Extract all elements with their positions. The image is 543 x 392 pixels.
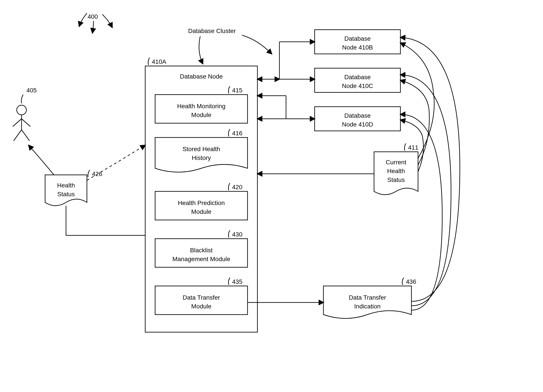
user-icon: 405 — [13, 87, 37, 141]
svg-text:Health Monitoring: Health Monitoring — [177, 103, 225, 110]
svg-text:Data Transfer: Data Transfer — [183, 294, 220, 301]
connector-healthstatus-to-user — [28, 145, 54, 175]
ref-411: 411 — [408, 144, 419, 151]
current-health-status: Current Health Status 411 — [374, 143, 419, 195]
svg-text:Data Transfer: Data Transfer — [349, 294, 386, 301]
connector-healthstatus-elbow-to-410a — [66, 206, 145, 235]
ref-436: 436 — [406, 278, 416, 285]
svg-text:Module: Module — [191, 112, 211, 118]
ref-430: 430 — [232, 231, 243, 238]
database-node-410a: 410A Database Node Health Monitoring Mod… — [145, 58, 257, 332]
svg-text:Node 410D: Node 410D — [342, 121, 373, 128]
ref-420: 420 — [232, 184, 243, 190]
ref-405: 405 — [26, 87, 37, 94]
svg-text:Health Prediction: Health Prediction — [178, 200, 225, 206]
svg-point-0 — [17, 105, 26, 115]
svg-text:Status: Status — [57, 191, 75, 197]
ref-416: 416 — [232, 130, 243, 137]
database-node-410b: Database Node 410B — [315, 30, 401, 54]
ref-435: 435 — [232, 278, 243, 285]
data-transfer-indication: Data Transfer Indication 436 — [323, 278, 416, 319]
svg-text:Database: Database — [344, 74, 371, 80]
ref-400: 400 — [88, 13, 98, 20]
connector-nodeA-to-cluster — [257, 42, 315, 119]
svg-text:Indication: Indication — [354, 303, 381, 310]
svg-text:Node 410C: Node 410C — [342, 83, 373, 89]
database-cluster-label: Database Cluster — [188, 28, 272, 64]
ref-415: 415 — [232, 87, 243, 94]
svg-text:Stored Health: Stored Health — [182, 146, 220, 152]
diagram-canvas: 400 405 Database Cluster 410A Database N… — [0, 0, 543, 392]
svg-text:Database Cluster: Database Cluster — [188, 28, 236, 34]
svg-text:Health: Health — [57, 182, 75, 189]
svg-text:Health: Health — [387, 168, 405, 174]
svg-text:History: History — [192, 154, 211, 161]
svg-text:Module: Module — [191, 208, 211, 215]
svg-text:Module: Module — [191, 303, 211, 310]
svg-text:Node 410B: Node 410B — [342, 44, 373, 51]
ref-410a: 410A — [152, 58, 166, 65]
node-title: Database Node — [180, 73, 223, 80]
svg-text:Blacklist: Blacklist — [190, 247, 213, 254]
svg-text:Current: Current — [386, 159, 406, 166]
database-node-410c: Database Node 410C — [315, 68, 401, 92]
svg-text:Database: Database — [344, 35, 371, 42]
health-status-doc: Health Status 426 — [45, 170, 102, 206]
database-node-410d: Database Node 410D — [315, 107, 401, 131]
system-ref-400: 400 — [79, 13, 112, 33]
svg-text:Database: Database — [344, 112, 371, 119]
svg-text:Management Module: Management Module — [172, 256, 230, 263]
svg-text:Status: Status — [387, 176, 405, 183]
